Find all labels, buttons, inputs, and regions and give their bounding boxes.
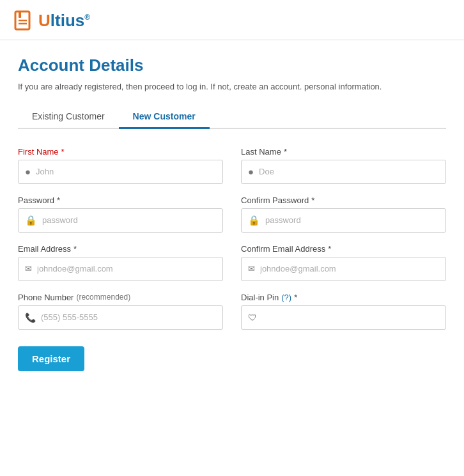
last-name-label-row: Last Name * — [241, 147, 446, 157]
last-name-input-wrapper: ● — [241, 160, 446, 184]
email-input-wrapper: ✉ — [18, 257, 223, 281]
dial-pin-help[interactable]: (?) — [281, 293, 291, 302]
password-input[interactable] — [42, 215, 216, 225]
lock-icon: 🔒 — [25, 215, 37, 226]
password-input-wrapper: 🔒 — [18, 208, 223, 233]
first-name-input[interactable] — [36, 167, 216, 176]
confirm-password-input-wrapper: 🔒 — [241, 208, 446, 233]
dial-pin-input-wrapper: 🛡 — [241, 305, 446, 330]
register-button[interactable]: Register — [18, 346, 84, 371]
person-icon: ● — [25, 166, 31, 177]
confirm-email-group: Confirm Email Address * ✉ — [241, 244, 446, 281]
last-name-input[interactable] — [259, 167, 439, 176]
tabs-container: Existing Customer New Customer — [18, 105, 446, 129]
dial-pin-label: Dial-in Pin — [241, 293, 279, 302]
tab-new-customer[interactable]: New Customer — [119, 105, 210, 128]
first-name-label: First Name — [18, 147, 59, 157]
confirm-email-required: * — [328, 244, 331, 254]
lock-icon-confirm: 🔒 — [248, 215, 260, 226]
phone-label-row: Phone Number (recommended) — [18, 293, 223, 302]
confirm-password-input[interactable] — [265, 215, 439, 225]
dial-pin-required: * — [294, 293, 297, 302]
first-name-label-row: First Name * — [18, 147, 223, 157]
page-subtitle: If you are already registered, then proc… — [18, 81, 446, 93]
dial-pin-input[interactable] — [262, 312, 439, 322]
email-required: * — [73, 244, 77, 254]
logo: Ultius® — [13, 9, 451, 32]
header: Ultius® — [0, 0, 464, 40]
form-grid: First Name * ● Last Name * ● — [18, 147, 446, 330]
phone-note: (recommended) — [76, 293, 130, 302]
confirm-email-input-wrapper: ✉ — [241, 257, 446, 281]
confirm-password-required: * — [311, 196, 314, 205]
logo-icon — [13, 9, 36, 32]
dial-pin-label-row: Dial-in Pin (?) * — [241, 293, 446, 302]
first-name-group: First Name * ● — [18, 147, 223, 184]
dial-pin-group: Dial-in Pin (?) * 🛡 — [241, 293, 446, 330]
email-label-row: Email Address * — [18, 244, 223, 254]
password-required: * — [57, 196, 60, 205]
password-group: Password * 🔒 — [18, 196, 223, 233]
confirm-email-input[interactable] — [260, 264, 439, 273]
phone-icon: 📞 — [25, 312, 36, 323]
tab-existing-customer[interactable]: Existing Customer — [18, 105, 119, 128]
first-name-input-wrapper: ● — [18, 160, 223, 184]
password-label-row: Password * — [18, 196, 223, 205]
password-label: Password — [18, 196, 54, 205]
confirm-password-group: Confirm Password * 🔒 — [241, 196, 446, 233]
registration-form: First Name * ● Last Name * ● — [18, 147, 446, 371]
shield-icon: 🛡 — [248, 312, 257, 323]
phone-group: Phone Number (recommended) 📞 — [18, 293, 223, 330]
email-group: Email Address * ✉ — [18, 244, 223, 281]
phone-input-wrapper: 📞 — [18, 305, 223, 330]
phone-input[interactable] — [41, 312, 216, 322]
confirm-email-label: Confirm Email Address — [241, 244, 325, 254]
page-title: Account Details — [18, 56, 446, 75]
svg-rect-1 — [19, 12, 21, 18]
confirm-password-label-row: Confirm Password * — [241, 196, 446, 205]
last-name-required: * — [284, 147, 287, 157]
logo-text: Ultius® — [38, 11, 90, 31]
phone-label: Phone Number — [18, 293, 73, 302]
confirm-password-label: Confirm Password — [241, 196, 309, 205]
confirm-email-label-row: Confirm Email Address * — [241, 244, 446, 254]
person-icon-last: ● — [248, 166, 254, 177]
email-icon-confirm: ✉ — [248, 264, 255, 273]
main-content: Account Details If you are already regis… — [0, 40, 464, 389]
first-name-required: * — [61, 147, 65, 157]
last-name-group: Last Name * ● — [241, 147, 446, 184]
email-label: Email Address — [18, 244, 71, 254]
last-name-label: Last Name — [241, 147, 281, 157]
email-input[interactable] — [37, 264, 216, 273]
email-icon: ✉ — [25, 264, 32, 273]
